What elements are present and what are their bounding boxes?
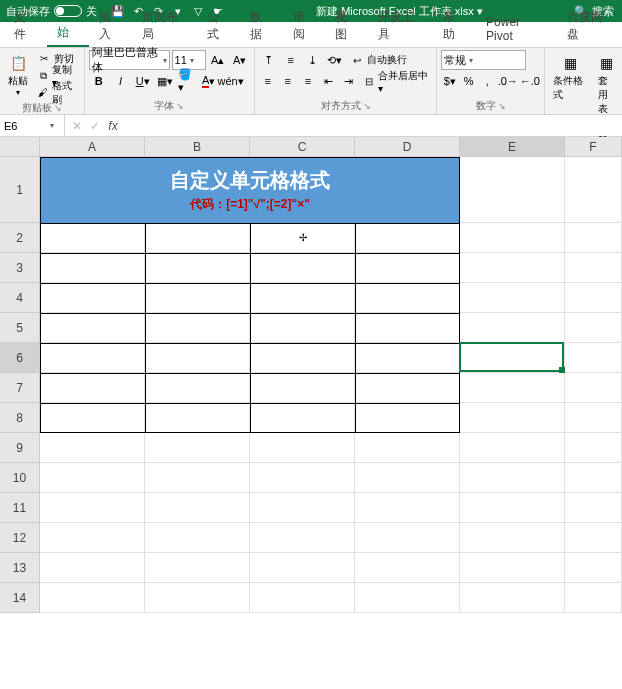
align-center-icon[interactable]: ≡ xyxy=(279,71,297,91)
cell-F5[interactable] xyxy=(565,313,622,343)
cell-F11[interactable] xyxy=(565,493,622,523)
dialog-launcher-icon[interactable]: ↘ xyxy=(498,101,506,111)
align-right-icon[interactable]: ≡ xyxy=(299,71,317,91)
name-box[interactable]: ▾ xyxy=(0,115,65,136)
col-header-B[interactable]: B xyxy=(145,137,250,157)
tab-审阅[interactable]: 审阅 xyxy=(283,5,326,47)
align-middle-icon[interactable]: ≡ xyxy=(281,50,301,70)
indent-decrease-icon[interactable]: ⇤ xyxy=(319,71,337,91)
row-header-14[interactable]: 14 xyxy=(0,583,40,613)
cell-E3[interactable] xyxy=(460,253,565,283)
cell-A12[interactable] xyxy=(40,523,145,553)
col-header-D[interactable]: D xyxy=(355,137,460,157)
cell-F14[interactable] xyxy=(565,583,622,613)
cell-E5[interactable] xyxy=(460,313,565,343)
cell-F9[interactable] xyxy=(565,433,622,463)
col-header-E[interactable]: E xyxy=(460,137,565,157)
wrap-text-button[interactable]: ↩自动换行 xyxy=(347,52,410,69)
phonetic-button[interactable]: wén▾ xyxy=(221,71,241,91)
cell-B11[interactable] xyxy=(145,493,250,523)
cell-C14[interactable] xyxy=(250,583,355,613)
cell-F8[interactable] xyxy=(565,403,622,433)
font-color-button[interactable]: A▾ xyxy=(199,71,219,91)
chevron-down-icon[interactable]: ▾ xyxy=(50,121,58,130)
tab-Power Pivot[interactable]: Power Pivot xyxy=(476,11,557,47)
row-header-8[interactable]: 8 xyxy=(0,403,40,433)
cell-B14[interactable] xyxy=(145,583,250,613)
row-header-6[interactable]: 6 xyxy=(0,343,40,373)
merge-center-button[interactable]: ⊟合并后居中 ▾ xyxy=(359,73,432,90)
decrease-font-icon[interactable]: A▾ xyxy=(230,50,250,70)
format-painter-button[interactable]: 🖌格式刷 xyxy=(34,84,80,101)
enter-icon[interactable]: ✓ xyxy=(87,119,103,133)
tab-视图[interactable]: 视图 xyxy=(325,5,368,47)
accounting-icon[interactable]: $▾ xyxy=(441,71,458,91)
row-header-11[interactable]: 11 xyxy=(0,493,40,523)
align-left-icon[interactable]: ≡ xyxy=(259,71,277,91)
cell-B9[interactable] xyxy=(145,433,250,463)
tab-插入[interactable]: 插入 xyxy=(89,5,132,47)
decrease-decimal-icon[interactable]: ←.0 xyxy=(520,71,540,91)
row-header-2[interactable]: 2 xyxy=(0,223,40,253)
cell-A13[interactable] xyxy=(40,553,145,583)
tab-百度网盘[interactable]: 百度网盘 xyxy=(557,5,622,47)
cell-F2[interactable] xyxy=(565,223,622,253)
col-header-A[interactable]: A xyxy=(40,137,145,157)
select-all-corner[interactable] xyxy=(0,137,40,157)
spreadsheet-grid[interactable]: ABCDEF 1234567891011121314 自定义单元格格式代码：[=… xyxy=(0,137,622,689)
cell-B12[interactable] xyxy=(145,523,250,553)
col-header-F[interactable]: F xyxy=(565,137,622,157)
tab-文件[interactable]: 文件 xyxy=(4,5,47,47)
cell-D11[interactable] xyxy=(355,493,460,523)
cell-F1[interactable] xyxy=(565,157,622,223)
row-header-13[interactable]: 13 xyxy=(0,553,40,583)
fx-icon[interactable]: fx xyxy=(105,119,121,133)
cell-C13[interactable] xyxy=(250,553,355,583)
paste-button[interactable]: 📋 粘贴 ▾ xyxy=(4,50,32,99)
italic-button[interactable]: I xyxy=(111,71,131,91)
dialog-launcher-icon[interactable]: ↘ xyxy=(54,103,62,113)
row-header-1[interactable]: 1 xyxy=(0,157,40,223)
dialog-launcher-icon[interactable]: ↘ xyxy=(176,101,184,111)
tab-帮助[interactable]: 帮助 xyxy=(433,5,476,47)
cell-F3[interactable] xyxy=(565,253,622,283)
cell-C11[interactable] xyxy=(250,493,355,523)
cell-F12[interactable] xyxy=(565,523,622,553)
cell-E13[interactable] xyxy=(460,553,565,583)
cell-E14[interactable] xyxy=(460,583,565,613)
underline-button[interactable]: U▾ xyxy=(133,71,153,91)
border-button[interactable]: ▦▾ xyxy=(155,71,175,91)
cell-E2[interactable] xyxy=(460,223,565,253)
col-header-C[interactable]: C xyxy=(250,137,355,157)
fill-color-button[interactable]: 🪣▾ xyxy=(177,71,197,91)
cell-A14[interactable] xyxy=(40,583,145,613)
cell-F7[interactable] xyxy=(565,373,622,403)
font-size-combo[interactable]: 11▾ xyxy=(172,50,206,70)
align-bottom-icon[interactable]: ⤓ xyxy=(303,50,323,70)
name-box-input[interactable] xyxy=(0,120,50,132)
cell-D10[interactable] xyxy=(355,463,460,493)
formula-input[interactable] xyxy=(125,115,622,136)
cell-E10[interactable] xyxy=(460,463,565,493)
tab-公式[interactable]: 公式 xyxy=(197,5,240,47)
font-name-combo[interactable]: 阿里巴巴普惠体▾ xyxy=(89,50,170,70)
orientation-icon[interactable]: ⟲▾ xyxy=(325,50,345,70)
cell-D13[interactable] xyxy=(355,553,460,583)
cell-B10[interactable] xyxy=(145,463,250,493)
cell-E9[interactable] xyxy=(460,433,565,463)
conditional-format-button[interactable]: ▦ 条件格式 xyxy=(549,50,592,104)
tab-数据[interactable]: 数据 xyxy=(240,5,283,47)
cell-F6[interactable] xyxy=(565,343,622,373)
cell-B13[interactable] xyxy=(145,553,250,583)
cell-F13[interactable] xyxy=(565,553,622,583)
cell-E4[interactable] xyxy=(460,283,565,313)
row-header-10[interactable]: 10 xyxy=(0,463,40,493)
cell-E6[interactable] xyxy=(460,343,565,373)
cell-C9[interactable] xyxy=(250,433,355,463)
align-top-icon[interactable]: ⤒ xyxy=(259,50,279,70)
row-header-7[interactable]: 7 xyxy=(0,373,40,403)
row-header-3[interactable]: 3 xyxy=(0,253,40,283)
tab-开发工具[interactable]: 开发工具 xyxy=(368,5,433,47)
cell-C12[interactable] xyxy=(250,523,355,553)
cell-E12[interactable] xyxy=(460,523,565,553)
